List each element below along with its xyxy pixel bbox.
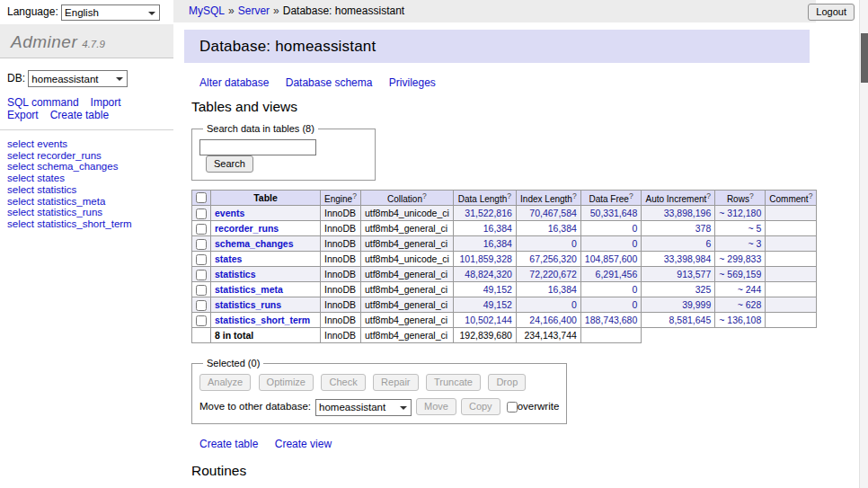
- col-header-engine: Engine?: [321, 191, 361, 206]
- engine-cell: InnoDB: [321, 206, 361, 221]
- auto-increment-cell: 325: [642, 282, 715, 297]
- table-row: statistics InnoDB utf8mb4_general_ci 48,…: [192, 267, 817, 282]
- row-checkbox[interactable]: [196, 209, 207, 219]
- sidebar-link-select-statistics-short-term[interactable]: select statistics_short_term: [7, 218, 173, 230]
- search-legend: Search data in tables (8): [203, 123, 318, 134]
- table-row: statistics_runs InnoDB utf8mb4_general_c…: [192, 297, 817, 313]
- hint-icon: ?: [352, 191, 357, 200]
- move-db-select[interactable]: homeassistant: [315, 399, 412, 416]
- db-selector-row: DB: homeassistant: [7, 70, 173, 87]
- table-link-events[interactable]: events: [215, 208, 244, 218]
- sidebar-link-select-states[interactable]: select states: [7, 173, 173, 184]
- row-checkbox[interactable]: [196, 254, 207, 265]
- auto-increment-cell: 6: [642, 236, 715, 252]
- create-view-link[interactable]: Create view: [275, 438, 332, 450]
- index-length-cell: 67,256,320: [516, 252, 580, 267]
- auto-increment-cell: 33,898,196: [642, 206, 715, 221]
- logout-button[interactable]: Logout: [808, 4, 855, 21]
- sidebar-link-select-recorder-runs[interactable]: select recorder_runs: [7, 150, 173, 162]
- import-link[interactable]: Import: [91, 96, 121, 109]
- row-checkbox[interactable]: [196, 300, 207, 311]
- rows-cell: ~ 5: [715, 221, 766, 236]
- collation-cell: utf8mb4_general_ci: [360, 313, 453, 328]
- col-header-auto-increment: Auto Increment?: [642, 191, 715, 206]
- select-all-checkbox[interactable]: [196, 192, 207, 203]
- table-link-statistics-short-term[interactable]: statistics_short_term: [215, 315, 310, 325]
- data-length-cell: 101,859,328: [453, 252, 516, 267]
- row-checkbox[interactable]: [196, 285, 207, 296]
- engine-cell: InnoDB: [321, 252, 361, 267]
- comment-cell: [766, 282, 817, 297]
- data-length-cell: 49,152: [453, 282, 516, 297]
- db-label: DB:: [7, 72, 25, 84]
- search-button[interactable]: Search: [206, 155, 253, 173]
- search-input[interactable]: [199, 139, 316, 155]
- database-schema-link[interactable]: Database schema: [286, 76, 373, 89]
- table-row: states InnoDB utf8mb4_unicode_ci 101,859…: [192, 252, 817, 267]
- optimize-button[interactable]: Optimize: [259, 374, 314, 391]
- comment-cell: [766, 267, 817, 282]
- collation-cell: utf8mb4_general_ci: [360, 236, 453, 252]
- overwrite-checkbox[interactable]: [507, 402, 518, 413]
- export-link[interactable]: Export: [7, 109, 39, 121]
- breadcrumb-current: Database: homeassistant: [283, 4, 404, 17]
- data-free-cell: 188,743,680: [580, 313, 641, 328]
- analyze-button[interactable]: Analyze: [199, 374, 251, 391]
- check-button[interactable]: Check: [321, 374, 365, 391]
- index-length-cell: 70,467,584: [516, 206, 580, 221]
- main-content: MySQL»Server»Database: homeassistant Dat…: [173, 0, 859, 488]
- data-length-cell: 16,384: [453, 221, 516, 236]
- collation-cell: utf8mb4_general_ci: [360, 328, 453, 343]
- auto-increment-cell: 913,577: [642, 267, 715, 282]
- repair-button[interactable]: Repair: [373, 374, 418, 391]
- table-header-row: Table Engine? Collation? Data Length? In…: [192, 191, 817, 206]
- vertical-scrollbar[interactable]: [859, 0, 868, 488]
- sidebar-link-select-statistics-meta[interactable]: select statistics_meta: [7, 196, 173, 208]
- hint-icon: ?: [422, 191, 427, 200]
- index-length-cell: 16,384: [516, 282, 580, 297]
- collation-cell: utf8mb4_general_ci: [360, 267, 453, 282]
- database-action-links: Alter database Database schema Privilege…: [199, 76, 859, 89]
- table-link-states[interactable]: states: [215, 253, 242, 264]
- breadcrumb-link-server[interactable]: Server: [238, 4, 270, 17]
- index-length-cell: 16,384: [516, 221, 580, 236]
- col-header-data-length: Data Length?: [453, 191, 516, 206]
- language-select[interactable]: English: [61, 4, 160, 21]
- scrollbar-thumb[interactable]: [861, 33, 868, 83]
- alter-database-link[interactable]: Alter database: [199, 76, 269, 89]
- copy-button[interactable]: Copy: [461, 398, 500, 415]
- breadcrumb-link-mysql[interactable]: MySQL: [189, 4, 225, 17]
- move-db-select-wrap: homeassistant: [315, 399, 412, 416]
- table-row: events InnoDB utf8mb4_unicode_ci 31,522,…: [192, 206, 817, 221]
- data-free-cell: 50,331,648: [580, 206, 641, 221]
- privileges-link[interactable]: Privileges: [389, 76, 436, 89]
- truncate-button[interactable]: Truncate: [426, 374, 481, 391]
- search-fieldset: Search data in tables (8) Search: [191, 123, 376, 181]
- table-link-recorder-runs[interactable]: recorder_runs: [215, 223, 279, 234]
- table-link-statistics-runs[interactable]: statistics_runs: [215, 299, 281, 310]
- table-link-schema-changes[interactable]: schema_changes: [215, 238, 294, 249]
- engine-cell: InnoDB: [321, 267, 361, 282]
- adminer-logo: Adminer4.7.9: [0, 24, 173, 58]
- create-table-sidebar-link[interactable]: Create table: [50, 109, 109, 121]
- collation-cell: utf8mb4_unicode_ci: [360, 206, 453, 221]
- create-table-link[interactable]: Create table: [199, 438, 258, 450]
- row-checkbox[interactable]: [196, 315, 207, 326]
- overwrite-label: overwrite: [518, 401, 560, 412]
- table-link-statistics[interactable]: statistics: [215, 269, 256, 279]
- table-link-statistics-meta[interactable]: statistics_meta: [215, 284, 283, 295]
- index-length-cell: 72,220,672: [516, 267, 580, 282]
- sql-command-link[interactable]: SQL command: [7, 96, 79, 109]
- sidebar-link-select-statistics[interactable]: select statistics: [7, 184, 173, 196]
- row-checkbox[interactable]: [196, 270, 207, 280]
- move-button[interactable]: Move: [416, 398, 456, 415]
- sidebar-link-select-schema-changes[interactable]: select schema_changes: [7, 161, 173, 173]
- total-empty-cell: [192, 328, 211, 343]
- sidebar-link-select-events[interactable]: select events: [7, 138, 173, 150]
- row-checkbox[interactable]: [196, 239, 207, 250]
- drop-button[interactable]: Drop: [488, 374, 526, 391]
- sidebar-link-select-statistics-runs[interactable]: select statistics_runs: [7, 207, 173, 218]
- db-select[interactable]: homeassistant: [28, 70, 128, 87]
- col-header-index-length: Index Length?: [516, 191, 580, 206]
- row-checkbox[interactable]: [196, 224, 207, 235]
